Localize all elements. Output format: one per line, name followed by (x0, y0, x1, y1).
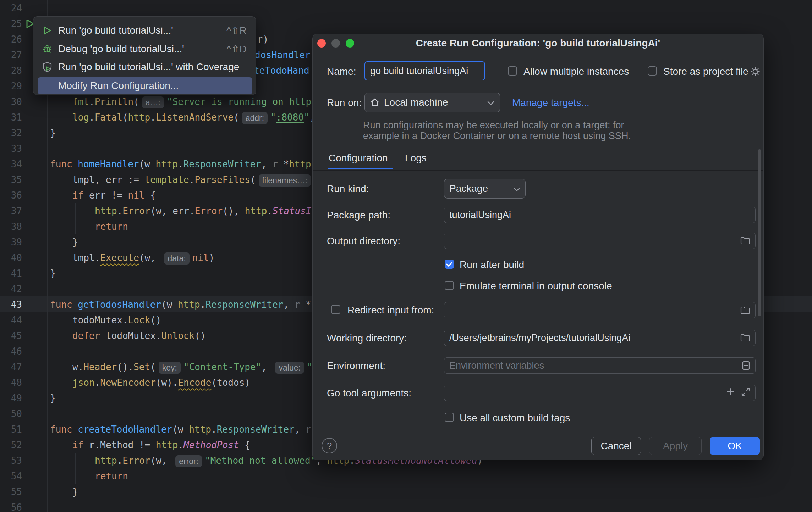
code-token: r (306, 424, 311, 435)
code-line-44: todoMutex.Lock() (72, 312, 161, 328)
run-kind-value: Package (449, 183, 488, 194)
ide-window: 242526r)27dosHandler28teTodoHand2930fmt.… (0, 0, 812, 512)
name-input[interactable]: go build tutorialUsingAi (364, 61, 485, 80)
minimize-icon (331, 39, 340, 48)
store-as-project-file-checkbox[interactable] (648, 66, 657, 76)
menu-item-run[interactable]: Run 'go build tutorialUsi...'^⇧R (38, 22, 252, 39)
emulate-terminal-checkbox[interactable] (445, 281, 454, 290)
code-token: todoMutex. (72, 315, 128, 325)
zoom-icon[interactable] (346, 39, 354, 48)
code-token: nil (192, 252, 209, 263)
code-token: Error (122, 206, 150, 216)
code-line-26: r) (257, 32, 268, 47)
indent-guide (75, 203, 76, 234)
menu-item-shortcut: ^⇧R (226, 25, 247, 37)
run-on-description: Run configurations may be executed local… (363, 120, 631, 141)
help-button[interactable]: ? (322, 438, 337, 453)
name-label: Name: (327, 66, 356, 77)
tab-logs[interactable]: Logs (405, 152, 427, 164)
run-context-menu: Run 'go build tutorialUsi...'^⇧RDebug 'g… (33, 16, 256, 95)
code-token: dosHandler (255, 50, 311, 60)
code-token: http (95, 206, 117, 216)
menu-item-run-with-coverage[interactable]: Run 'go build tutorialUsi...' with Cover… (38, 59, 252, 76)
store-as-project-file-label: Store as project file (663, 66, 748, 77)
code-line-35: tmpl, err := template.ParseFiles(filenam… (72, 172, 314, 188)
gutter-line-number: 54 (0, 468, 22, 484)
code-line-36: if err != nil { (72, 188, 156, 203)
code-line-40: tmpl.Execute(w, data:nil) (72, 250, 214, 266)
code-token: , (261, 362, 272, 372)
working-directory-label: Working directory: (327, 333, 407, 344)
menu-item-modify-run-configuration[interactable]: Modify Run Configuration... (38, 77, 252, 94)
run-after-build-checkbox[interactable] (445, 260, 454, 269)
code-line-27: dosHandler (255, 47, 311, 63)
use-custom-build-tags-checkbox[interactable] (445, 413, 454, 422)
code-token: r (272, 159, 278, 169)
working-directory-input[interactable]: /Users/jetbrains/myProjects/tutorialUsin… (444, 330, 756, 346)
gutter-line-number: 40 (0, 250, 22, 266)
gear-icon[interactable] (750, 66, 761, 78)
code-token: Error (195, 206, 223, 216)
gutter-line-number: 43 (0, 297, 22, 312)
code-line-37: http.Error(w, err.Error(), http.StatusIn… (95, 203, 323, 219)
close-icon[interactable] (317, 39, 326, 48)
gutter-line-number: 30 (0, 94, 22, 110)
code-line-34: func homeHandler(w http.ResponseWriter, … (50, 156, 311, 172)
code-token: template (145, 174, 189, 185)
ok-button[interactable]: OK (710, 437, 760, 455)
code-line-43: func getTodosHandler(w http.ResponseWrit… (50, 297, 317, 312)
create-run-configuration-dialog: Create Run Configuration: 'go build tuto… (312, 34, 764, 460)
code-token: () (150, 315, 161, 325)
code-token: ( (122, 112, 128, 123)
code-token: ( (150, 362, 156, 372)
run-kind-dropdown[interactable]: Package (444, 179, 526, 199)
go-tool-arguments-input[interactable] (444, 385, 756, 401)
gutter-line-number: 34 (0, 156, 22, 172)
go-tool-arguments-label: Go tool arguments: (327, 388, 411, 399)
redirect-input-field[interactable] (444, 302, 756, 318)
gutter-line-number: 31 (0, 110, 22, 125)
redirect-input-checkbox[interactable] (331, 305, 340, 314)
plus-icon[interactable] (726, 388, 735, 399)
folder-icon[interactable] (740, 236, 750, 245)
code-token: r (295, 299, 300, 310)
env-variables-icon[interactable] (742, 361, 750, 371)
run-on-value: Local machine (384, 97, 448, 108)
code-line-54: return (95, 468, 128, 484)
allow-multiple-instances-checkbox[interactable] (508, 66, 517, 76)
expand-icon[interactable] (741, 387, 750, 399)
code-line-55: } (72, 484, 78, 500)
package-path-input[interactable]: tutorialUsingAi (444, 207, 756, 223)
cancel-button[interactable]: Cancel (591, 437, 641, 455)
code-token: http (189, 424, 211, 435)
folder-icon[interactable] (740, 334, 750, 342)
code-token: . (267, 206, 273, 216)
gutter-line-number: 39 (0, 234, 22, 250)
code-token: , (284, 299, 295, 310)
inlay-hint: value: (275, 362, 304, 374)
footer-separator (313, 430, 763, 430)
code-token: r.Method != (83, 440, 156, 450)
apply-button[interactable]: Apply (649, 437, 702, 455)
code-line-47: w.Header().Set(key:"Content-Type", value… (72, 359, 324, 375)
code-line-31: log.Fatal(http.ListenAndServe(addr:":808… (72, 110, 315, 125)
code-token: . (178, 440, 183, 450)
dialog-scrollbar[interactable] (758, 149, 761, 316)
tab-configuration[interactable]: Configuration (329, 152, 388, 164)
code-token: (). (117, 362, 133, 372)
run-on-dropdown[interactable]: Local machine (364, 93, 500, 112)
code-token: " (304, 112, 309, 123)
environment-input[interactable]: Environment variables (444, 357, 756, 374)
manage-targets-link[interactable]: Manage targets... (512, 97, 589, 108)
code-token: func (50, 424, 78, 435)
code-line-48: json.NewEncoder(w).Encode(todos) (72, 375, 250, 390)
output-directory-input[interactable] (444, 233, 756, 249)
code-token: "Content-Type" (183, 362, 261, 372)
code-token: http (128, 112, 150, 123)
menu-item-debug[interactable]: Debug 'go build tutorialUsi...'^⇧D (38, 40, 252, 57)
code-token: ParseFiles (194, 174, 250, 185)
code-token: , (261, 159, 272, 169)
folder-icon[interactable] (740, 306, 750, 315)
redirect-input-label: Redirect input from: (347, 305, 434, 316)
name-value: go build tutorialUsingAi (370, 66, 468, 77)
